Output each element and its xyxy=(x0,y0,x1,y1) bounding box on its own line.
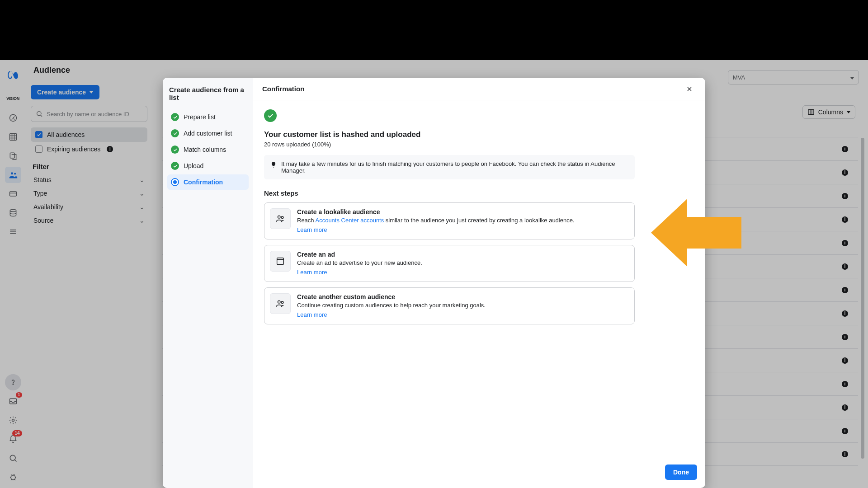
card-another-custom[interactable]: Create another custom audience Continue … xyxy=(264,287,635,324)
info-note: It may take a few minutes for us to fini… xyxy=(264,155,635,179)
svg-rect-16 xyxy=(277,258,284,265)
step-add-customer-list[interactable]: Add customer list xyxy=(167,126,249,141)
check-circle-icon xyxy=(171,145,179,154)
step-prepare-list[interactable]: Prepare list xyxy=(167,109,249,125)
check-circle-icon xyxy=(171,129,179,137)
next-steps-heading: Next steps xyxy=(264,189,694,197)
modal-header-title: Confirmation xyxy=(262,85,304,93)
step-match-columns[interactable]: Match columns xyxy=(167,142,249,157)
learn-more-link[interactable]: Learn more xyxy=(297,311,327,318)
info-note-text: It may take a few minutes for us to fini… xyxy=(281,160,628,174)
card-title: Create an ad xyxy=(297,251,422,258)
done-button[interactable]: Done xyxy=(665,465,697,480)
audience-icon xyxy=(270,293,291,314)
ad-icon xyxy=(270,251,291,272)
learn-more-link[interactable]: Learn more xyxy=(297,269,327,276)
svg-point-18 xyxy=(281,301,283,304)
card-create-ad[interactable]: Create an ad Create an ad to advertise t… xyxy=(264,245,635,282)
current-step-icon xyxy=(171,178,179,186)
card-lookalike[interactable]: Create a lookalike audience Reach Accoun… xyxy=(264,202,635,239)
create-audience-modal: Create audience from a list Prepare list… xyxy=(163,78,705,488)
card-title: Create a lookalike audience xyxy=(297,208,575,216)
close-button[interactable] xyxy=(683,82,696,96)
step-upload[interactable]: Upload xyxy=(167,158,249,174)
modal-side-title: Create audience from a list xyxy=(167,86,249,101)
svg-point-14 xyxy=(278,216,281,219)
accounts-center-link[interactable]: Accounts Center accounts xyxy=(315,217,384,224)
confirmation-subline: 20 rows uploaded (100%) xyxy=(264,141,694,148)
modal-steps-sidebar: Create audience from a list Prepare list… xyxy=(163,78,253,488)
lightbulb-icon xyxy=(270,161,277,168)
close-icon xyxy=(686,85,693,93)
step-confirmation[interactable]: Confirmation xyxy=(167,174,249,190)
card-text: Create an ad to advertise to your new au… xyxy=(297,259,422,266)
card-text: Reach Accounts Center accounts similar t… xyxy=(297,217,575,224)
check-circle-icon xyxy=(171,162,179,170)
audience-icon xyxy=(270,208,291,229)
confirmation-headline: Your customer list is hashed and uploade… xyxy=(264,130,694,139)
card-title: Create another custom audience xyxy=(297,293,486,300)
check-circle-icon xyxy=(171,113,179,121)
card-text: Continue creating custom audiences to he… xyxy=(297,302,486,309)
svg-point-17 xyxy=(278,301,281,304)
learn-more-link[interactable]: Learn more xyxy=(297,226,327,233)
svg-point-15 xyxy=(281,216,283,219)
success-check-icon xyxy=(264,109,277,122)
